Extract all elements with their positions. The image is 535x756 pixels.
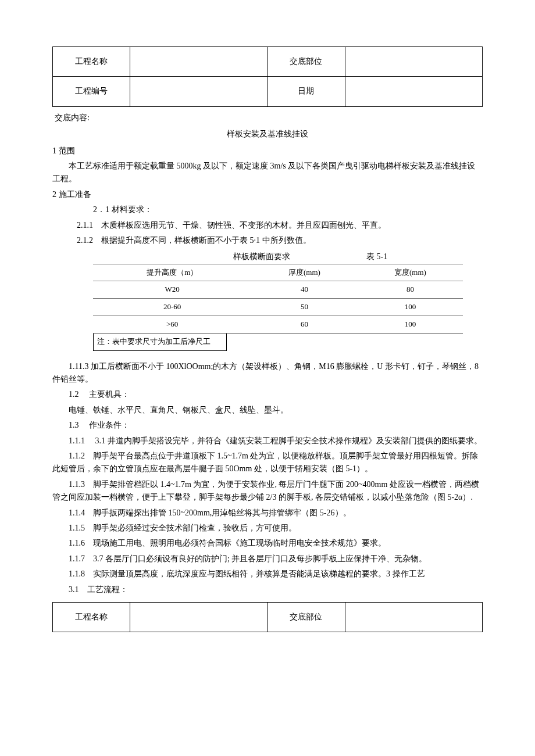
para-1-11-3: 1.11.3 加工后横断面不小于 100XlOOmm;的木方（架设样板）、角钢，… [52,360,483,386]
para-1-1-2: 1.1.2 脚手架平台最高点位于井道顶板下 1.5~1.7m 处为宜，以便稳放样… [52,450,483,476]
para-1-2-body: 电锤、铁锤、水平尺、直角尺、钢板尺、盒尺、线坠、墨斗。 [52,404,483,417]
spec-table: 提升高度（m） 厚度(mm) 宽度(mm) W20 40 80 20-60 50… [93,264,463,334]
cell: W20 [93,281,251,299]
section-1-heading: 1 范围 [52,145,483,157]
para-1-3: 1.3 作业条件： [52,419,483,432]
spec-table-note: 注：表中要求尺寸为加工后净尺工 [93,334,227,351]
footer-location-label: 交底部位 [268,602,345,632]
cell: 80 [357,281,463,299]
header-table: 工程名称 交底部位 工程编号 日期 [52,46,483,107]
footer-location-value [345,602,483,632]
footer-project-name-value [130,602,268,632]
table-row: >60 60 100 [93,316,463,334]
footer-project-name-label: 工程名称 [53,602,130,632]
date-label: 日期 [268,77,345,106]
para-1-2: 1.2 主要机具： [52,388,483,401]
section-1-p1: 本工艺标准适用于额定载重量 5000kg 及以下，额定速度 3m/s 及以下各类… [52,160,483,186]
footer-table: 工程名称 交底部位 [52,602,483,632]
para-1-1-4: 1.1.4 脚手扳两端探出排管 150~200mm,用淖铅丝将其与排管绑牢（图 … [52,507,483,519]
table-row: 20-60 50 100 [93,299,463,316]
project-no-label: 工程编号 [53,77,130,106]
spec-table-title: 样板横断面要求 [52,250,366,263]
cell: 100 [357,299,463,316]
project-name-label: 工程名称 [53,47,130,77]
location-label: 交底部位 [268,47,345,77]
para-1-1-8: 1.1.8 实际测量顶层高度，底坑深度应与图纸相符，并核算是否能满足该梯越程的要… [52,568,483,581]
para-1-1-6: 1.1.6 现场施工用电、照明用电必须符合国标《施工现场临时用电安全技术规范》要… [52,537,483,550]
cell: 50 [251,299,357,316]
para-1-1-1: 1.1.1 3.1 井道内脚手架搭设完毕，并符合《建筑安装工程脚手架安全技术操作… [52,435,483,447]
content-label: 交底内容: [52,112,483,124]
item-2-1-1: 2.1.1 木质样板应选用无节、干燥、韧性强、不变形的木材。并且应四面刨光、平直… [52,219,483,232]
date-value [345,77,483,106]
item-2-1: 2．1 材料要求： [52,203,483,216]
project-no-value [130,77,268,106]
cell: 40 [251,281,357,299]
para-1-1-7: 1.1.7 3.7 各层厅门口必须设有良好的防护门; 并且各层厅门口及每步脚手板… [52,553,483,565]
spec-table-titles: 样板横断面要求 表 5-1 [52,250,483,263]
para-3-1: 3.1 工艺流程： [52,583,483,596]
cell: 60 [251,316,357,334]
cell: 100 [357,316,463,334]
spec-table-number: 表 5-1 [366,250,483,263]
cell: 20-60 [93,299,251,316]
location-value [345,47,483,77]
para-1-1-3: 1.1.3 脚手架排管档距以 1.4~1.7m 为宜，为便于安装作业, 每层厅门… [52,478,483,504]
cell: >60 [93,316,251,334]
spec-th-2: 厚度(mm) [251,264,357,281]
spec-th-3: 宽度(mm) [357,264,463,281]
document-title: 样板安装及基准线挂设 [52,128,483,141]
item-2-1-2: 2.1.2 根据提升高度不同，样板横断面不小于表 5·1 中所列数值。 [52,234,483,247]
project-name-value [130,47,268,77]
spec-th-1: 提升高度（m） [93,264,251,281]
para-1-1-5: 1.1.5 脚手架必须经过安全技术部门检查，验收后，方可使用。 [52,522,483,535]
section-2-heading: 2 施工准备 [52,188,483,201]
table-row: W20 40 80 [93,281,463,299]
